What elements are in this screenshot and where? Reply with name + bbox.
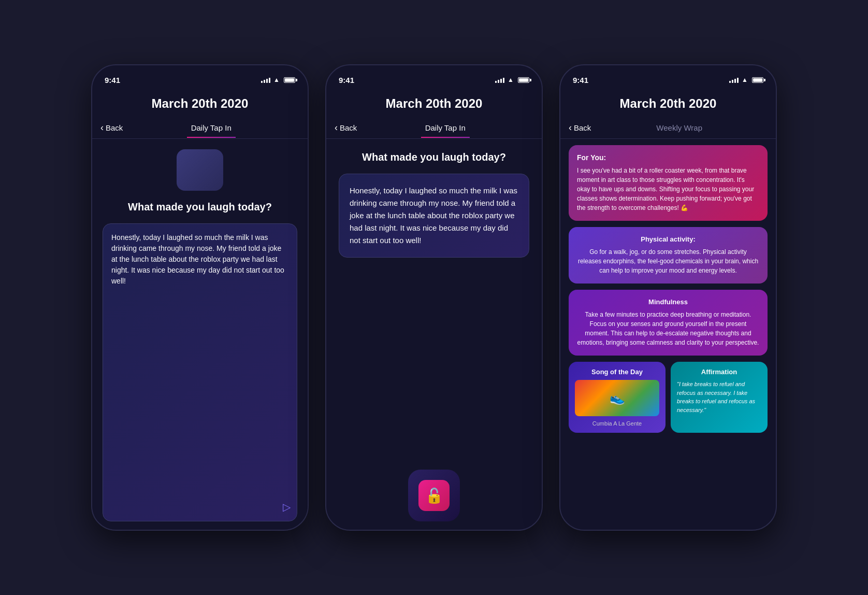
- song-art: 👟: [610, 391, 625, 405]
- question-title-1: What made you laugh today?: [128, 201, 272, 213]
- back-label-2: Back: [340, 123, 357, 132]
- tab-weekly-wrap-3[interactable]: Weekly Wrap: [652, 118, 706, 137]
- song-card[interactable]: Song of the Day 👟 Cumbia A La Gente: [569, 362, 666, 433]
- phone2-main-content: What made you laugh today? Honestly, tod…: [326, 139, 542, 530]
- wifi-icon-1: ▲: [273, 76, 280, 83]
- status-icons-3: ▲: [729, 76, 763, 83]
- song-name: Cumbia A La Gente: [575, 420, 659, 427]
- status-bar-3: 9:41 ▲: [560, 65, 776, 88]
- status-icons-2: ▲: [495, 76, 529, 83]
- tab-bar-1: ‹ Back Daily Tap In: [92, 117, 308, 139]
- phone1-main-content: What made you laugh today? Honestly, tod…: [92, 139, 308, 530]
- for-you-card: For You: I see you've had a bit of a rol…: [569, 145, 768, 221]
- status-bar-2: 9:41 ▲: [326, 65, 542, 88]
- status-bar-1: 9:41 ▲: [92, 65, 308, 88]
- song-thumbnail: 👟: [575, 380, 659, 416]
- chevron-left-icon-3: ‹: [569, 122, 572, 133]
- bottom-cards: Song of the Day 👟 Cumbia A La Gente Affi…: [569, 362, 768, 433]
- lock-container-2[interactable]: 🔓: [408, 470, 460, 521]
- phone-2: 9:41 ▲ March 20th 2020 ‹ Back Daily Tap …: [325, 64, 543, 531]
- avatar-placeholder-1: [177, 149, 223, 191]
- wifi-icon-3: ▲: [742, 76, 748, 83]
- mindfulness-text: Take a few minutes to practice deep brea…: [577, 310, 759, 347]
- date-3: March 20th 2020: [560, 88, 776, 117]
- date-1: March 20th 2020: [92, 88, 308, 117]
- chevron-left-icon-2: ‹: [335, 122, 338, 133]
- back-label-1: Back: [106, 123, 123, 132]
- affirmation-card: Affirmation "I take breaks to refuel and…: [671, 362, 768, 433]
- time-3: 9:41: [573, 76, 588, 84]
- signal-icon-1: [261, 77, 270, 83]
- tab-group-1: Daily Tap In: [123, 118, 299, 137]
- battery-icon-2: [518, 77, 529, 83]
- lock-icon-2: 🔓: [418, 480, 450, 511]
- wifi-icon-2: ▲: [508, 76, 514, 83]
- battery-icon-1: [284, 77, 295, 83]
- date-2: March 20th 2020: [326, 88, 542, 117]
- response-text-2: Honestly, today I laughed so much the mi…: [350, 186, 517, 245]
- response-input-1[interactable]: Honestly, today I laughed so much the mi…: [103, 223, 297, 521]
- battery-icon-3: [752, 77, 763, 83]
- for-you-title: For You:: [577, 153, 759, 162]
- tab-bar-2: ‹ Back Daily Tap In: [326, 117, 542, 139]
- back-button-1[interactable]: ‹ Back: [100, 117, 123, 138]
- song-card-title: Song of the Day: [575, 368, 659, 376]
- affirmation-text: "I take breaks to refuel and refocus as …: [677, 380, 761, 414]
- phone-3: 9:41 ▲ March 20th 2020 ‹ Back Weekly Wra…: [559, 64, 777, 531]
- for-you-text: I see you've had a bit of a roller coast…: [577, 166, 759, 212]
- signal-icon-2: [495, 77, 504, 83]
- lock-emoji-2: 🔓: [425, 487, 443, 504]
- back-button-2[interactable]: ‹ Back: [335, 117, 357, 138]
- tab-daily-tap-in-2[interactable]: Daily Tap In: [421, 118, 470, 137]
- time-2: 9:41: [339, 76, 354, 84]
- mindfulness-title: Mindfulness: [577, 298, 759, 306]
- activity-card: Physical activity: Go for a walk, jog, o…: [569, 227, 768, 284]
- tab-group-3: Weekly Wrap: [591, 118, 768, 137]
- tab-daily-tap-in-1[interactable]: Daily Tap In: [187, 118, 236, 137]
- activity-text: Go for a walk, jog, or do some stretches…: [577, 247, 759, 275]
- signal-icon-3: [729, 77, 739, 83]
- mindfulness-card: Mindfulness Take a few minutes to practi…: [569, 290, 768, 356]
- response-text-1: Honestly, today I laughed so much the mi…: [111, 233, 284, 285]
- phone-1: 9:41 ▲ March 20th 2020 ‹ Back Daily Tap …: [91, 64, 309, 531]
- time-1: 9:41: [105, 76, 120, 84]
- send-button-1[interactable]: ▷: [283, 499, 291, 515]
- phone3-main-content: For You: I see you've had a bit of a rol…: [560, 139, 776, 530]
- response-card-2: Honestly, today I laughed so much the mi…: [339, 174, 529, 258]
- tab-bar-3: ‹ Back Weekly Wrap: [560, 117, 776, 139]
- question-title-2: What made you laugh today?: [362, 151, 506, 163]
- chevron-left-icon-1: ‹: [100, 122, 104, 133]
- back-label-3: Back: [574, 123, 591, 132]
- affirmation-title: Affirmation: [677, 368, 761, 376]
- activity-title: Physical activity:: [577, 235, 759, 243]
- status-icons-1: ▲: [261, 76, 295, 83]
- back-button-3[interactable]: ‹ Back: [569, 117, 591, 138]
- tab-group-2: Daily Tap In: [357, 118, 533, 137]
